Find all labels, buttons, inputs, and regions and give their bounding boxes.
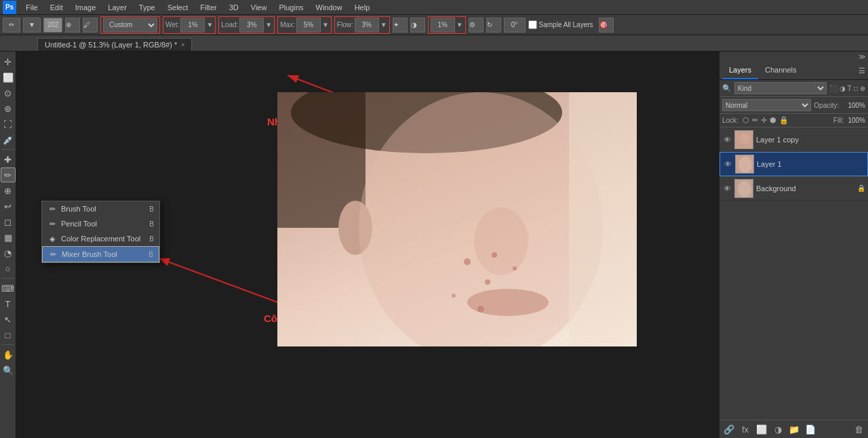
delete-layer-btn[interactable]: 🗑 bbox=[852, 422, 865, 436]
path-select-tool[interactable]: ↖ bbox=[1, 312, 16, 327]
lock-all-icon[interactable]: 🔒 bbox=[779, 116, 789, 125]
marquee-tool[interactable]: ⬜ bbox=[1, 70, 16, 85]
angle-degree-input[interactable] bbox=[504, 18, 526, 33]
history-brush-tool[interactable]: ↩ bbox=[1, 199, 16, 214]
menu-filter[interactable]: Filter bbox=[195, 2, 222, 13]
lock-position-icon[interactable]: ✛ bbox=[761, 116, 767, 125]
ctx-brush-tool[interactable]: ✏ Brush Tool B bbox=[42, 201, 159, 216]
dodge-tool[interactable]: ○ bbox=[1, 261, 16, 276]
lock-artboard-icon[interactable]: ⬢ bbox=[770, 116, 776, 125]
sample-all-checkbox[interactable] bbox=[528, 20, 537, 29]
layer-visibility-background[interactable]: 👁 bbox=[722, 184, 732, 193]
menu-image[interactable]: Image bbox=[70, 2, 102, 13]
new-adjustment-btn[interactable]: ◑ bbox=[771, 422, 785, 436]
layer-thumb-layer1 bbox=[735, 155, 754, 174]
menu-file[interactable]: File bbox=[20, 2, 43, 13]
brush-clean-btn[interactable]: 🖊 bbox=[83, 18, 98, 33]
eyedropper-tool[interactable]: 💉 bbox=[1, 132, 16, 147]
max-input[interactable] bbox=[296, 18, 321, 33]
menu-type[interactable]: Type bbox=[134, 2, 161, 13]
erase-btn[interactable]: ◑ bbox=[410, 18, 425, 33]
angle-arrow[interactable]: ▼ bbox=[456, 21, 463, 28]
type-filter-icon[interactable]: T bbox=[848, 85, 852, 92]
airbrush-btn[interactable]: ✦ bbox=[393, 18, 408, 33]
adjustment-filter-icon[interactable]: ◑ bbox=[840, 85, 846, 92]
menu-plugins[interactable]: Plugins bbox=[273, 2, 309, 13]
brush-options-btn[interactable]: ⊕ bbox=[65, 18, 80, 33]
menu-select[interactable]: Select bbox=[162, 2, 194, 13]
canvas-area[interactable]: Những thông số này tùy thuộc vào hình ản… bbox=[16, 52, 719, 438]
load-input[interactable] bbox=[239, 18, 264, 33]
pixel-filter-icon[interactable]: ⬛ bbox=[829, 85, 837, 92]
collapse-btn[interactable]: ≫ bbox=[859, 53, 865, 60]
layers-list: 👁 Layer 1 copy 👁 Layer 1 👁 bbox=[719, 127, 868, 420]
preset-select[interactable]: Custom bbox=[103, 18, 157, 33]
shape-filter-icon[interactable]: □ bbox=[854, 85, 858, 92]
menu-edit[interactable]: Edit bbox=[45, 2, 68, 13]
channels-tab[interactable]: Channels bbox=[758, 62, 803, 79]
ctx-mixer-brush-tool[interactable]: ✏ Mixer Brush Tool B bbox=[42, 246, 159, 262]
sample-all-group: Sample All Layers bbox=[528, 20, 593, 29]
ctx-color-replacement-tool[interactable]: ◈ Color Replacement Tool B bbox=[42, 231, 159, 246]
quick-select-tool[interactable]: ⊛ bbox=[1, 101, 16, 116]
hand-tool[interactable]: ✋ bbox=[1, 347, 16, 362]
brush-tool[interactable]: ✏ bbox=[1, 167, 16, 182]
menu-layer[interactable]: Layer bbox=[102, 2, 132, 13]
menu-help[interactable]: Help bbox=[349, 2, 376, 13]
lock-image-icon[interactable]: ✏ bbox=[752, 116, 758, 125]
pressure-btn[interactable]: 🎯 bbox=[599, 18, 614, 33]
menu-3d[interactable]: 3D bbox=[224, 2, 244, 13]
layer-visibility-layer1copy[interactable]: 👁 bbox=[722, 136, 732, 144]
pen-tool[interactable]: ⌨ bbox=[1, 281, 16, 296]
blur-tool[interactable]: ◔ bbox=[1, 245, 16, 260]
menu-window[interactable]: Window bbox=[311, 2, 348, 13]
wet-arrow[interactable]: ▼ bbox=[206, 21, 213, 28]
brush-size-display: 202 bbox=[43, 18, 62, 33]
settings-btn[interactable]: ⚙ bbox=[469, 18, 484, 33]
new-group-btn[interactable]: 📁 bbox=[787, 422, 801, 436]
rotate-btn[interactable]: ↻ bbox=[486, 18, 501, 33]
link-layers-btn[interactable]: 🔗 bbox=[722, 422, 736, 436]
layer-mode-row: Normal Opacity: 100% bbox=[719, 97, 868, 114]
tab-bar: Untitled-1 @ 51.3% (Layer 1, RGB/8#) * × bbox=[0, 35, 868, 52]
add-style-btn[interactable]: fx bbox=[738, 422, 752, 436]
panel-menu-btn[interactable]: ☰ bbox=[859, 66, 865, 75]
add-mask-btn[interactable]: ⬜ bbox=[755, 422, 768, 436]
flow-input[interactable] bbox=[355, 18, 379, 33]
layers-tab[interactable]: Layers bbox=[722, 62, 758, 79]
layer-visibility-layer1[interactable]: 👁 bbox=[723, 160, 732, 168]
blend-mode-select[interactable]: Normal bbox=[722, 99, 811, 111]
max-arrow[interactable]: ▼ bbox=[322, 21, 329, 28]
smart-filter-icon[interactable]: ⊕ bbox=[860, 85, 865, 92]
angle-input[interactable] bbox=[431, 18, 455, 33]
new-layer-btn[interactable]: 📄 bbox=[804, 422, 817, 436]
layer-item-layer1copy[interactable]: 👁 Layer 1 copy bbox=[719, 127, 868, 152]
brush-preset-btn[interactable]: ▼ bbox=[23, 18, 41, 33]
tab-close-btn[interactable]: × bbox=[181, 41, 184, 48]
stamp-tool[interactable]: ⊕ bbox=[1, 183, 16, 198]
document-tab[interactable]: Untitled-1 @ 51.3% (Layer 1, RGB/8#) * × bbox=[37, 38, 192, 51]
zoom-tool[interactable]: 🔍 bbox=[1, 363, 16, 378]
eraser-tool[interactable]: ◻ bbox=[1, 214, 16, 229]
crop-tool[interactable]: ⛶ bbox=[1, 117, 16, 132]
max-group: Max: ▼ bbox=[277, 16, 332, 34]
text-tool[interactable]: T bbox=[1, 296, 16, 311]
panel-icons-group: ☰ bbox=[859, 66, 865, 75]
move-tool[interactable]: ✛ bbox=[1, 54, 16, 69]
shape-tool[interactable]: □ bbox=[1, 327, 16, 342]
tool-icon-btn[interactable]: ✏ bbox=[3, 18, 20, 33]
layer-item-layer1[interactable]: 👁 Layer 1 bbox=[719, 152, 868, 176]
healing-tool[interactable]: ✚ bbox=[1, 152, 16, 167]
wet-input[interactable] bbox=[180, 18, 205, 33]
panel-tabs: Layers Channels ☰ bbox=[719, 62, 868, 80]
svg-rect-16 bbox=[569, 92, 637, 346]
lock-transparent-icon[interactable]: ⬡ bbox=[743, 116, 749, 125]
kind-select[interactable]: Kind bbox=[734, 82, 827, 94]
flow-arrow[interactable]: ▼ bbox=[380, 21, 387, 28]
gradient-tool[interactable]: ▦ bbox=[1, 230, 16, 245]
layer-item-background[interactable]: 👁 Background 🔒 bbox=[719, 176, 868, 201]
lasso-tool[interactable]: ⊙ bbox=[1, 85, 16, 100]
load-arrow[interactable]: ▼ bbox=[265, 21, 272, 28]
menu-view[interactable]: View bbox=[245, 2, 273, 13]
ctx-pencil-tool[interactable]: ✏ Pencil Tool B bbox=[42, 216, 159, 231]
